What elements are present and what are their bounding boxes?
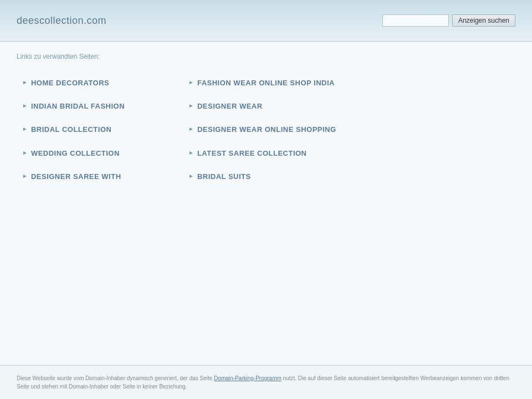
arrow-icon: ► — [22, 173, 28, 179]
bridal-collection-link[interactable]: BRIDAL COLLECTION — [31, 125, 111, 135]
logo: deescollection.com — [17, 15, 106, 27]
designer-wear-link[interactable]: DESIGNER WEAR — [197, 101, 263, 111]
arrow-icon: ► — [188, 79, 194, 85]
indian-bridal-fashion-link[interactable]: INDIAN BRIDAL FASHION — [31, 101, 125, 111]
list-item: ► DESIGNER SAREE WITH — [17, 165, 183, 188]
list-item: ► BRIDAL SUITS — [183, 165, 349, 188]
list-item: ► DESIGNER WEAR — [183, 95, 349, 118]
home-decorators-link[interactable]: HOME DECORATORS — [31, 78, 109, 88]
search-button[interactable]: Anzeigen suchen — [452, 14, 515, 27]
arrow-icon: ► — [188, 173, 194, 179]
links-grid: ► HOME DECORATORS ► FASHION WEAR ONLINE … — [17, 71, 349, 188]
list-item: ► HOME DECORATORS — [17, 71, 183, 95]
arrow-icon: ► — [22, 103, 28, 109]
footer: Diese Webseite wurde vom Domain-Inhaber … — [0, 365, 532, 399]
list-item: ► WEDDING COLLECTION — [17, 142, 183, 165]
fashion-wear-online-link[interactable]: FASHION WEAR ONLINE SHOP INDIA — [197, 78, 335, 88]
list-item: ► DESIGNER WEAR ONLINE SHOPPING — [183, 118, 349, 141]
list-item: ► INDIAN BRIDAL FASHION — [17, 95, 183, 118]
list-item: ► FASHION WEAR ONLINE SHOP INDIA — [183, 71, 349, 95]
links-label: Links zu verwandten Seiten: — [17, 53, 515, 60]
search-area: Anzeigen suchen — [382, 14, 515, 27]
arrow-icon: ► — [188, 150, 194, 156]
arrow-icon: ► — [22, 126, 28, 132]
list-item: ► LATEST SAREE COLLECTION — [183, 142, 349, 165]
designer-saree-link[interactable]: DESIGNER SAREE WITH — [31, 172, 121, 182]
arrow-icon: ► — [22, 79, 28, 85]
arrow-icon: ► — [188, 126, 194, 132]
search-input[interactable] — [382, 14, 449, 27]
arrow-icon: ► — [188, 103, 194, 109]
arrow-icon: ► — [22, 150, 28, 156]
designer-wear-online-link[interactable]: DESIGNER WEAR ONLINE SHOPPING — [197, 125, 336, 135]
main-content: Links zu verwandten Seiten: ► HOME DECOR… — [0, 42, 532, 363]
latest-saree-link[interactable]: LATEST SAREE COLLECTION — [197, 149, 307, 158]
footer-text-before: Diese Webseite wurde vom Domain-Inhaber … — [17, 375, 214, 381]
list-item: ► BRIDAL COLLECTION — [17, 118, 183, 141]
footer-link[interactable]: Domain-Parking-Programm — [214, 375, 282, 381]
header: deescollection.com Anzeigen suchen — [0, 0, 532, 42]
wedding-collection-link[interactable]: WEDDING COLLECTION — [31, 149, 120, 158]
footer-text: Diese Webseite wurde vom Domain-Inhaber … — [17, 374, 515, 391]
bridal-suits-link[interactable]: BRIDAL SUITS — [197, 172, 251, 182]
